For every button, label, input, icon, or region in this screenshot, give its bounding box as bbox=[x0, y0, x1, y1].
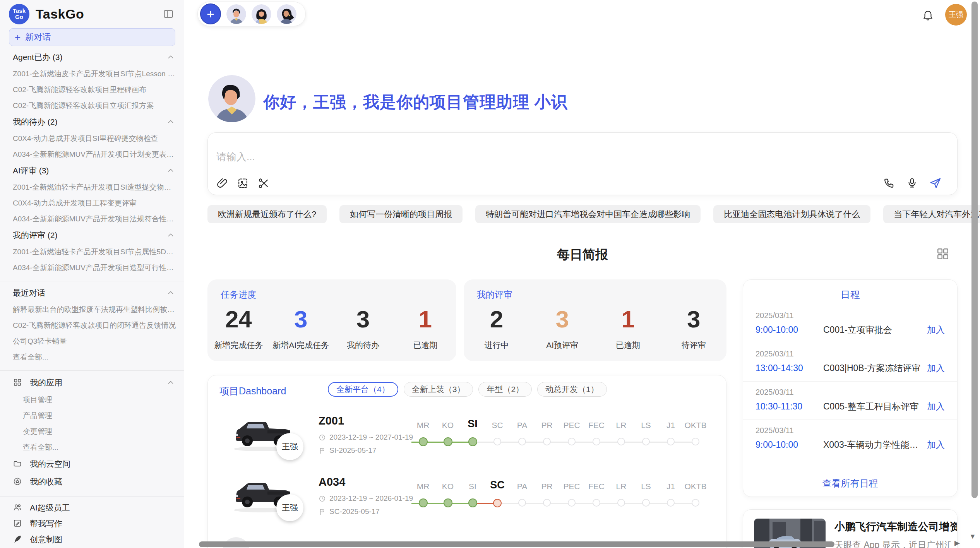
dashboard-filters: 全新平台（4）全新上装（3）年型（2）动总开发（1） bbox=[328, 382, 607, 397]
suggestion-chip[interactable]: 特朗普可能对进口汽车增税会对中国车企造成哪些影响 bbox=[475, 205, 701, 223]
my-apps-header[interactable]: 我的应用 bbox=[0, 374, 184, 392]
dashboard-filter-pill[interactable]: 年型（2） bbox=[478, 382, 532, 397]
daily-brief-title: 每日简报 bbox=[207, 246, 958, 264]
chevron-up-icon[interactable] bbox=[166, 231, 175, 240]
apps-view-all[interactable]: 查看全部... bbox=[0, 439, 184, 455]
milestone-label: FEC bbox=[584, 421, 609, 430]
suggestion-chip[interactable]: 欧洲新规最近颁布了什么? bbox=[207, 205, 327, 223]
sidebar-collapse-icon[interactable] bbox=[163, 9, 174, 19]
sidebar-task-item[interactable]: C02-飞腾新能源轻客改款项目里程碑画布 bbox=[0, 82, 184, 98]
notifications-bell-icon[interactable] bbox=[922, 9, 934, 21]
stat-column: 24新增完成任务 bbox=[207, 307, 270, 351]
milestone-label: J1 bbox=[658, 421, 683, 430]
sidebar-cloud-space-entry[interactable]: 我的云空间 bbox=[0, 455, 184, 473]
chevron-up-icon[interactable] bbox=[166, 378, 175, 387]
schedule-join-link[interactable]: 加入 bbox=[927, 324, 945, 336]
sidebar-tool-writing[interactable]: 帮我写作 bbox=[0, 515, 184, 531]
milestone-label: MR bbox=[411, 421, 435, 430]
sidebar-task-item[interactable]: C0X4-动力总成开发项目工程变更评审 bbox=[0, 195, 184, 211]
greeting-text: 你好，王强，我是你的项目管理助理 小识 bbox=[263, 91, 568, 113]
horizontal-scrollbar-thumb[interactable] bbox=[199, 541, 834, 547]
milestone-dot-pending bbox=[543, 499, 551, 507]
writing-icon bbox=[13, 519, 23, 529]
sidebar-task-item[interactable]: Z001-全新燃油皮卡产品开发项目SI节点Lesson Learn报告 bbox=[0, 66, 184, 82]
sidebar-task-item[interactable]: Z001-全新燃油轻卡产品开发项目SI造型提交物评审 bbox=[0, 179, 184, 195]
sidebar-tool-drawing[interactable]: 创意制图 bbox=[0, 531, 184, 547]
chat-input[interactable] bbox=[216, 151, 875, 163]
sidebar-task-item[interactable]: A034-全新新能源MUV产品开发项目计划变更表编写 bbox=[0, 146, 184, 162]
layout-grid-icon[interactable] bbox=[936, 247, 950, 261]
schedule-item-time: 9:00-10:00 bbox=[756, 440, 823, 450]
sidebar-task-item[interactable]: A034-全新新能源MUV产品开发项目造型可行性评审 bbox=[0, 260, 184, 276]
stat-value: 1 bbox=[394, 307, 456, 332]
milestone-label: FEC bbox=[584, 482, 609, 491]
project-date-range-row: 2023-12-19 ~ 2027-01-19 bbox=[319, 433, 413, 442]
chevron-up-icon[interactable] bbox=[166, 53, 175, 62]
schedule-join-link[interactable]: 加入 bbox=[927, 401, 945, 413]
user-avatar[interactable]: 王强 bbox=[945, 4, 967, 26]
voice-call-icon[interactable] bbox=[883, 177, 895, 189]
conversation-avatar-3[interactable] bbox=[277, 4, 296, 24]
add-conversation-button[interactable]: + bbox=[200, 3, 221, 24]
project-code[interactable]: A034 bbox=[319, 476, 345, 488]
sidebar-divider bbox=[0, 281, 184, 281]
sidebar-task-item[interactable]: Z001-全新燃油轻卡产品开发项目SI节点属性5D文件评审 bbox=[0, 244, 184, 260]
dashboard-filter-pill[interactable]: 全新上装（3） bbox=[404, 382, 473, 397]
milestone-label: LS bbox=[634, 482, 658, 491]
scroll-down-arrow-icon[interactable]: ▼ bbox=[969, 533, 976, 541]
microphone-icon[interactable] bbox=[906, 177, 918, 189]
app-logo: Task Go bbox=[9, 4, 29, 24]
dashboard-filter-pill[interactable]: 全新平台（4） bbox=[328, 382, 398, 397]
sidebar-task-item[interactable]: C02-飞腾新能源轻客改款项目立项汇报方案 bbox=[0, 98, 184, 113]
recent-chats-view-all[interactable]: 查看全部... bbox=[0, 349, 184, 365]
recent-chat-item[interactable]: 解释最新出台的欧盟报废车法规再生塑料比例被调至15%... bbox=[0, 301, 184, 317]
app-item[interactable]: 项目管理 bbox=[0, 392, 184, 408]
milestone-dot-pending bbox=[568, 499, 576, 507]
sidebar-task-item[interactable]: A034-全新新能源MUV产品开发项目法规符合性评审 bbox=[0, 211, 184, 227]
suggestion-chip[interactable]: 当下年轻人对汽车外观有怎样的喜好趋势 bbox=[883, 205, 980, 223]
sidebar-tool-label: 帮我写作 bbox=[30, 518, 62, 529]
stat-label: 进行中 bbox=[464, 340, 529, 351]
project-flag-milestone: SC-2025-05-17 bbox=[329, 507, 380, 516]
project-date-range: 2023-12-19 ~ 2026-01-19 bbox=[329, 494, 413, 503]
new-chat-button[interactable]: + 新对话 bbox=[9, 28, 175, 46]
suggestion-chip[interactable]: 比亚迪全固态电池计划具体说了什么 bbox=[713, 205, 870, 223]
chevron-up-icon[interactable] bbox=[166, 289, 175, 297]
milestone-label: SI bbox=[460, 482, 485, 491]
suggestion-chip[interactable]: 如何写一份清晰的项目周报 bbox=[339, 205, 463, 223]
milestone-dot-pending bbox=[667, 438, 675, 445]
sidebar-favorites-entry[interactable]: 我的收藏 bbox=[0, 473, 184, 491]
schedule-view-all-link[interactable]: 查看所有日程 bbox=[743, 477, 957, 490]
chevron-up-icon[interactable] bbox=[166, 166, 175, 175]
sidebar-section-header: AI评审 (3) bbox=[0, 162, 184, 179]
sidebar-task-item[interactable]: C0X4-动力总成开发项目SI里程碑提交物检查 bbox=[0, 130, 184, 146]
schedule-join-link[interactable]: 加入 bbox=[927, 362, 945, 374]
schedule-item-name: C005-整车工程目标评审 bbox=[823, 401, 923, 413]
app-logo-text-top: Task bbox=[13, 8, 26, 14]
screenshot-scissors-icon[interactable] bbox=[257, 177, 269, 189]
app-item[interactable]: 产品管理 bbox=[0, 408, 184, 423]
app-item[interactable]: 变更管理 bbox=[0, 423, 184, 439]
sidebar-divider bbox=[0, 370, 184, 371]
drawing-icon bbox=[13, 534, 23, 545]
image-upload-icon[interactable] bbox=[237, 177, 249, 189]
schedule-item-time: 10:30-11:30 bbox=[756, 401, 823, 412]
sidebar-tool-ai-staff[interactable]: AI超级员工 bbox=[0, 500, 184, 515]
sidebar-section-title: Agent已办 (3) bbox=[13, 52, 62, 63]
attachment-icon[interactable] bbox=[216, 177, 228, 189]
recent-chat-item[interactable]: C02-飞腾新能源轻客改款项目的闭环通告反馈情况 bbox=[0, 317, 184, 333]
conversation-avatar-2[interactable] bbox=[252, 4, 271, 24]
cloud-space-icon bbox=[13, 459, 23, 469]
conversation-avatar-1[interactable] bbox=[226, 4, 246, 24]
schedule-join-link[interactable]: 加入 bbox=[927, 439, 945, 451]
dashboard-filter-pill[interactable]: 动总开发（1） bbox=[537, 382, 607, 397]
project-code[interactable]: Z001 bbox=[319, 414, 344, 427]
sidebar-entry-label: 我的收藏 bbox=[30, 476, 62, 487]
chevron-up-icon[interactable] bbox=[166, 118, 175, 126]
schedule-card: 日程 2025/03/119:00-10:00C001-立项审批会加入2025/… bbox=[743, 279, 958, 497]
vertical-scrollbar-thumb[interactable] bbox=[971, 2, 978, 498]
send-icon[interactable] bbox=[929, 176, 942, 189]
recent-chat-item[interactable]: 公司Q3轻卡销量 bbox=[0, 333, 184, 349]
scroll-right-arrow-icon[interactable]: ▶ bbox=[954, 539, 960, 547]
milestone-label: KO bbox=[435, 421, 460, 430]
